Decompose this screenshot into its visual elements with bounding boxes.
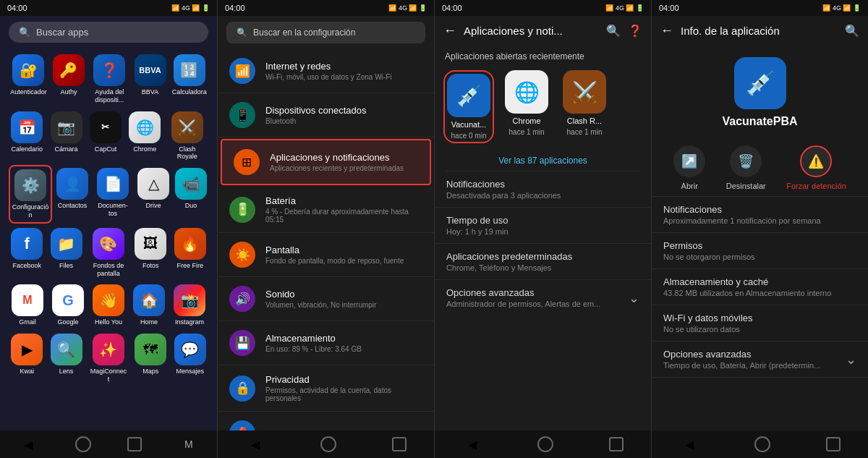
app-item-files[interactable]: 📁 Files — [49, 225, 84, 281]
app-item-facebook[interactable]: f Facebook — [9, 225, 44, 281]
app-item-capcut[interactable]: ✂ CapCut — [88, 109, 123, 164]
app-item-helloyou[interactable]: 👋 Hello You — [91, 281, 126, 329]
app-icon-facebook: f — [11, 228, 43, 260]
info-sub-wifi: No se utilizaron datos — [663, 325, 856, 334]
search-icon-4[interactable]: 🔍 — [845, 24, 859, 38]
nav-home-4[interactable] — [754, 436, 770, 452]
nav-home-2[interactable] — [320, 436, 336, 452]
info-row-notificaciones[interactable]: Notificaciones Aproximadamente 1 notific… — [652, 197, 868, 233]
app-item-config[interactable]: ⚙️ Configuración — [9, 165, 52, 224]
nav-recent[interactable] — [127, 437, 142, 451]
app-item-google[interactable]: G Google — [51, 281, 85, 329]
app-item-instagram[interactable]: 📸 Instagram — [172, 281, 207, 329]
settings-text-pantalla: Pantalla Fondo de pantalla, modo de repo… — [265, 245, 422, 265]
settings-title-internet: Internet y redes — [265, 61, 422, 72]
settings-item-privacidad[interactable]: 🔒 Privacidad Permisos, actividad de la c… — [218, 365, 434, 412]
app-item-fondos[interactable]: 🎨 Fondos de pantalla — [88, 225, 129, 281]
panel3-section-avanzadas[interactable]: Opciones avanzadas Administrador de perm… — [435, 280, 651, 315]
panel3-section-predeterminadas[interactable]: Aplicaciones predeterminadas Chrome, Tel… — [435, 244, 651, 280]
app-item-lens[interactable]: 🔍 Lens — [49, 331, 84, 386]
settings-item-bateria[interactable]: 🔋 Batería 4 % - Debería durar aproximada… — [218, 187, 434, 233]
nav-motorola[interactable]: M — [179, 434, 199, 454]
status-icons-4: 📶 4G 📶 🔋 — [822, 4, 861, 12]
settings-item-ubicacion[interactable]: 📍 Ubicación — [218, 412, 434, 431]
nav-recent-3[interactable] — [609, 437, 624, 451]
app-icon-home: 🏠 — [133, 284, 165, 316]
settings-item-pantalla[interactable]: ☀️ Pantalla Fondo de pantalla, modo de r… — [218, 233, 434, 277]
app-item-fotos[interactable]: 🖼 Fotos — [133, 225, 168, 281]
settings-search-bar[interactable]: 🔍 Buscar en la configuración — [226, 22, 425, 43]
app-item-chrome[interactable]: 🌐 Chrome — [127, 109, 162, 164]
help-icon-3[interactable]: ❓ — [628, 24, 642, 38]
info-row-avanzadas[interactable]: Opciones avanzadas Tiempo de uso, Baterí… — [652, 342, 868, 378]
nav-back-4[interactable]: ◀ — [679, 434, 699, 454]
settings-icon-almacenamiento: 💾 — [229, 330, 255, 356]
nav-recent-4[interactable] — [826, 437, 841, 451]
settings-item-almacenamiento[interactable]: 💾 Almacenamiento En uso: 89 % - Libre: 3… — [218, 321, 434, 365]
settings-text-aplicaciones: Aplicaciones y notificaciones Aplicacion… — [270, 152, 418, 172]
action-desinstalar[interactable]: 🗑️ Desinstalar — [726, 145, 766, 190]
app-item-camara[interactable]: 📷 Cámara — [49, 109, 84, 164]
info-row-almacenamiento[interactable]: Almacenamiento y caché 43.82 MB utilizad… — [652, 269, 868, 305]
recent-app-chrome[interactable]: 🌐 Chrome hace 1 min — [501, 70, 552, 143]
nav-recent-2[interactable] — [392, 437, 407, 451]
app-item-home[interactable]: 🏠 Home — [132, 281, 166, 329]
panel3-section-tiempo[interactable]: Tiempo de uso Hoy: 1 h y 19 min — [435, 208, 651, 244]
app-icon-freefire: 🔥 — [174, 228, 206, 260]
nav-back-3[interactable]: ◀ — [462, 434, 482, 454]
settings-item-sonido[interactable]: 🔊 Sonido Volumen, vibración, No interrum… — [218, 277, 434, 321]
action-abrir[interactable]: ↗️ Abrir — [673, 145, 705, 190]
nav-home[interactable] — [75, 436, 91, 452]
app-item-calendario[interactable]: 📅 Calendario — [9, 109, 44, 164]
app-item-autenticador[interactable]: 🔐 Autenticador — [9, 51, 48, 107]
settings-title-privacidad: Privacidad — [265, 374, 422, 385]
app-item-documentos[interactable]: 📄 Documen-tos — [93, 165, 133, 224]
app-item-authy[interactable]: 🔑 Authy — [51, 51, 86, 107]
app-item-gmail[interactable]: M Gmail — [10, 281, 45, 329]
info-row-permisos[interactable]: Permisos No se otorgaron permisos — [652, 233, 868, 269]
nav-back-2[interactable]: ◀ — [245, 434, 265, 454]
app-item-magiconnect[interactable]: ✨ MagiConnect — [88, 331, 129, 386]
nav-home-3[interactable] — [537, 436, 553, 452]
app-item-drive[interactable]: △ Drive — [136, 165, 171, 224]
back-icon-4[interactable]: ← — [660, 23, 673, 38]
app-item-kwai[interactable]: ▶ Kwai — [9, 331, 44, 386]
settings-item-dispositivos[interactable]: 📱 Dispositivos conectados Bluetooth — [218, 93, 434, 137]
bottom-nav-3: ◀ — [435, 431, 651, 458]
search-icon-3[interactable]: 🔍 — [606, 24, 621, 38]
search-icon-2: 🔍 — [237, 27, 247, 38]
bottom-nav-4: ◀ — [652, 431, 868, 458]
recent-app-time-chrome: hace 1 min — [509, 128, 545, 136]
app-item-clash[interactable]: ⚔️ Clash Royale — [167, 109, 208, 164]
settings-sub-privacidad: Permisos, actividad de la cuenta, datos … — [265, 386, 422, 402]
app-item-bbva[interactable]: BBVA BBVA — [133, 51, 168, 107]
time-1: 04:00 — [7, 4, 27, 12]
app-label-duo: Duo — [185, 202, 197, 210]
nav-back[interactable]: ◀ — [18, 434, 38, 454]
app-icon-clash: ⚔️ — [171, 111, 203, 143]
panel3-section-notificaciones[interactable]: Notificaciones Desactivada para 3 aplica… — [435, 171, 651, 208]
app-label-contactos: Contactos — [58, 202, 88, 210]
see-all-apps[interactable]: Ver las 87 aplicaciones — [490, 151, 596, 170]
app-item-maps[interactable]: 🗺 Maps — [133, 331, 168, 386]
time-3: 04:00 — [442, 4, 462, 12]
app-icon-vacunatepba: 💉 — [734, 57, 786, 109]
app-item-ayuda[interactable]: ❓ Ayuda del dispositi... — [89, 51, 129, 107]
app-item-mensajes[interactable]: 💬 Mensajes — [173, 331, 208, 386]
app-item-calculadora[interactable]: 🔢 Calculadora — [171, 51, 208, 107]
app-item-contactos[interactable]: 👤 Contactos — [55, 165, 90, 224]
recent-app-vacunate[interactable]: 💉 Vacunat... hace 0 min — [443, 70, 494, 143]
recent-app-clash[interactable]: ⚔️ Clash R... hace 1 min — [559, 70, 610, 143]
app-label-documentos: Documen-tos — [94, 202, 132, 218]
back-icon-3[interactable]: ← — [443, 23, 456, 38]
app-item-freefire[interactable]: 🔥 Free Fire — [173, 225, 208, 281]
settings-item-internet[interactable]: 📶 Internet y redes Wi-Fi, móvil, uso de … — [218, 49, 434, 93]
app-label-instagram: Instagram — [175, 318, 204, 326]
app-item-duo[interactable]: 📹 Duo — [174, 165, 208, 224]
settings-sub-aplicaciones: Aplicaciones recientes y predeterminadas — [270, 164, 418, 172]
info-row-wifi[interactable]: Wi-Fi y datos móviles No se utilizaron d… — [652, 305, 868, 342]
action-forzar[interactable]: ⚠️ Forzar detención — [786, 145, 846, 190]
app-icon-duo: 📹 — [175, 168, 207, 200]
home-search-bar[interactable]: 🔍 Buscar apps — [9, 22, 208, 43]
settings-item-aplicaciones[interactable]: ⊞ Aplicaciones y notificaciones Aplicaci… — [221, 139, 431, 185]
